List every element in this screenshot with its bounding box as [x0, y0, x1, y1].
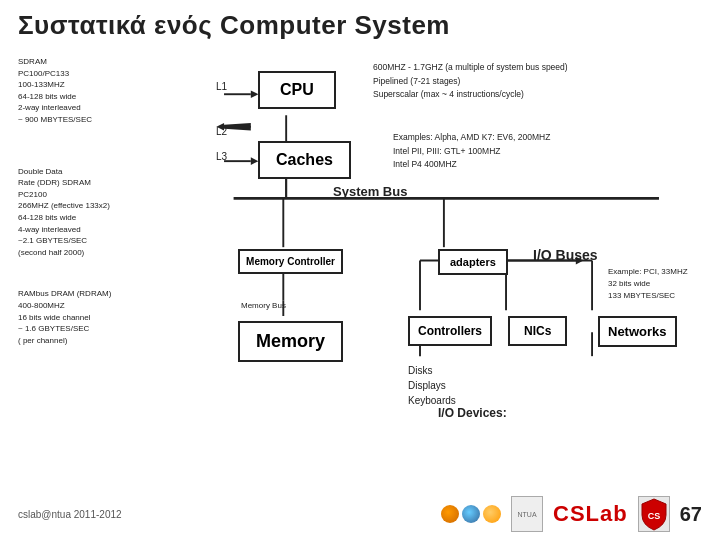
io-devices-label: I/O Devices:: [438, 406, 507, 420]
logo-circle-1: [441, 505, 459, 523]
svg-text:CS: CS: [647, 511, 660, 521]
footer-right: NTUA CSLab CS 67: [441, 496, 702, 532]
memory-controller-box: Memory Controller: [238, 249, 343, 274]
sdram-info: SDRAM PC100/PC133 100-133MHZ 64-128 bits…: [18, 56, 138, 126]
caches-examples: Examples: Alpha, AMD K7: EV6, 200MHZ Int…: [393, 131, 550, 172]
caches-box: Caches: [258, 141, 351, 179]
footer: cslab@ntua 2011-2012 NTUA CSLab CS 67: [0, 496, 720, 532]
system-bus-label: System Bus: [333, 184, 407, 199]
memory-bus-label: Memory Bus: [241, 301, 286, 310]
ddr-info: Double Data Rate (DDR) SDRAM PC2100 266M…: [18, 166, 138, 259]
controllers-box: Controllers: [408, 316, 492, 346]
logo-circle-3: [483, 505, 501, 523]
io-buses-label: I/O Buses: [533, 247, 598, 263]
shield-svg: CS: [640, 497, 668, 531]
nics-box: NICs: [508, 316, 567, 346]
cpu-info: 600MHZ - 1.7GHZ (a multiple of system bu…: [373, 61, 568, 102]
svg-marker-3: [224, 123, 251, 131]
networks-box: Networks: [598, 316, 677, 347]
copyright: cslab@ntua 2011-2012: [18, 509, 122, 520]
ram-info: RAMbus DRAM (RDRAM) 400-800MHZ 16 bits w…: [18, 288, 138, 346]
label-l3: L3: [216, 151, 227, 162]
cpu-box: CPU: [258, 71, 336, 109]
page-number: 67: [680, 503, 702, 526]
left-sidebar: SDRAM PC100/PC133 100-133MHZ 64-128 bits…: [18, 51, 138, 451]
io-buses-example: Example: PCI, 33MHZ 32 bits wide 133 MBY…: [608, 266, 688, 302]
adapters-box: adapters: [438, 249, 508, 275]
diagram-container: L1 L2 L3 CPU 600MHZ - 1.7GHZ (a multiple…: [138, 51, 702, 451]
cslab-shield: CS: [638, 496, 670, 532]
logo-circles: [441, 505, 501, 523]
label-l2: L2: [216, 126, 227, 137]
page-title: Συστατικά ενός Computer System: [18, 10, 702, 41]
university-logo: NTUA: [511, 496, 543, 532]
logo-circle-2: [462, 505, 480, 523]
label-l1: L1: [216, 81, 227, 92]
cslab-logo: CSLab: [553, 501, 628, 527]
memory-box: Memory: [238, 321, 343, 362]
page: Συστατικά ενός Computer System SDRAM PC1…: [0, 0, 720, 540]
disks-label: Disks Displays Keyboards: [408, 363, 456, 408]
